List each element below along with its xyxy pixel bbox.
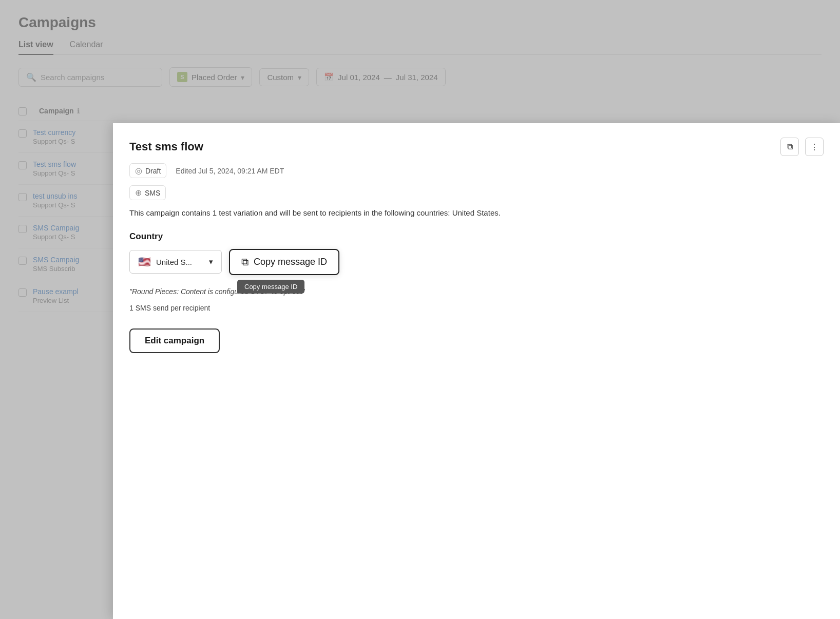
country-controls: 🇺🇸 United S... ▾ ⧉ Copy message ID Copy … [129,249,824,275]
panel-title: Test sms flow [129,140,203,153]
duplicate-icon: ⧉ [787,142,793,151]
sms-info: 1 SMS send per recipient [129,304,824,312]
edit-time: Edited Jul 5, 2024, 09:21 AM EDT [176,167,284,175]
panel-actions: ⧉ ⋮ [780,138,824,156]
sms-badge: ⊕ SMS [129,185,166,200]
flag-us-icon: 🇺🇸 [138,256,151,268]
chevron-down-icon: ▾ [209,257,213,266]
copy-message-id-button[interactable]: ⧉ Copy message ID [229,249,339,275]
panel-header: Test sms flow ⧉ ⋮ [129,138,824,156]
channel-badges: ⊕ SMS [129,185,824,200]
edit-campaign-button[interactable]: Edit campaign [129,328,220,353]
draft-badge: ◎ Draft [129,163,166,178]
more-options-button[interactable]: ⋮ [805,138,824,156]
draft-icon: ◎ [135,166,142,176]
copy-icon: ⧉ [241,256,249,268]
quote-text: "Round Pieces: Content is configured STO… [129,287,824,296]
copy-message-id-tooltip: Copy message ID [237,280,304,294]
more-options-icon: ⋮ [810,142,818,152]
country-select[interactable]: 🇺🇸 United S... ▾ [129,250,222,274]
duplicate-button[interactable]: ⧉ [780,138,799,156]
side-panel: Test sms flow ⧉ ⋮ ◎ Draft Edited Jul 5, … [113,123,840,619]
sms-icon: ⊕ [135,188,142,198]
badges-row: ◎ Draft Edited Jul 5, 2024, 09:21 AM EDT [129,163,824,178]
panel-description: This campaign contains 1 test variation … [129,207,824,219]
country-label: Country [129,231,824,242]
